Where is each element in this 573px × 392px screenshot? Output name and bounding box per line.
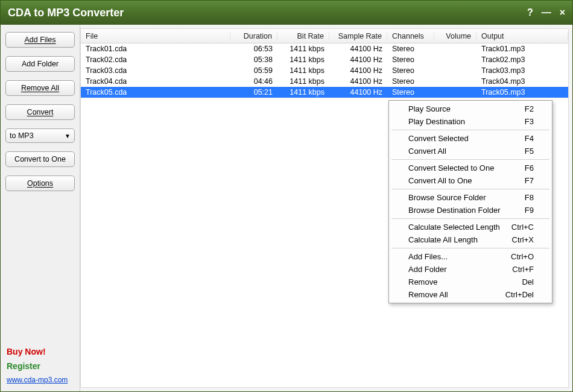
menu-item-label: Convert Selected to One: [408, 163, 494, 172]
cell-sample-rate: 44100 Hz: [329, 55, 387, 64]
cell-channels: Stereo: [387, 88, 434, 96]
app-body: Add Files Add Folder Remove All Convert …: [1, 25, 572, 391]
register-link[interactable]: Register: [7, 361, 75, 371]
window-controls: ? — ×: [527, 7, 565, 18]
menu-item[interactable]: Add Files...Ctrl+O: [390, 250, 551, 263]
col-bitrate[interactable]: Bit Rate: [277, 32, 329, 40]
col-channels[interactable]: Channels: [387, 32, 434, 40]
help-icon[interactable]: ?: [527, 7, 533, 18]
convert-button[interactable]: Convert: [5, 104, 75, 120]
menu-item-shortcut: Ctrl+F: [512, 265, 534, 274]
menu-item-label: Browse Destination Folder: [408, 206, 500, 215]
menu-separator: [391, 248, 549, 248]
menu-item[interactable]: Convert Selected to OneF6: [390, 162, 551, 174]
menu-item-shortcut: F9: [525, 206, 534, 215]
menu-item-label: Play Destination: [408, 117, 465, 126]
app-title: CDA to MP3 Converter: [8, 7, 124, 19]
menu-item-shortcut: Ctrl+O: [511, 252, 534, 261]
menu-item[interactable]: Play DestinationF3: [390, 115, 551, 128]
close-icon[interactable]: ×: [560, 7, 565, 18]
add-folder-button[interactable]: Add Folder: [5, 56, 75, 72]
cell-channels: Stereo: [387, 77, 434, 86]
context-menu: Play SourceF2Play DestinationF3Convert S…: [388, 100, 552, 303]
cell-channels: Stereo: [387, 45, 434, 53]
col-sample-rate[interactable]: Sample Rate: [329, 32, 387, 40]
remove-all-button[interactable]: Remove All: [5, 80, 75, 96]
menu-item-label: Calculate All Length: [408, 235, 478, 244]
menu-separator: [391, 159, 549, 160]
col-output[interactable]: Output: [476, 32, 568, 40]
table-row[interactable]: Track05.cda05:211411 kbps44100 HzStereoT…: [81, 87, 568, 98]
add-files-button[interactable]: Add Files: [5, 32, 75, 48]
sidebar-footer: Buy Now! Register www.cda-mp3.com: [5, 347, 75, 384]
menu-item[interactable]: Calculate Selected LengthCtrl+C: [390, 221, 551, 233]
cell-bitrate: 1411 kbps: [277, 88, 329, 96]
menu-item-label: Convert All to One: [408, 176, 472, 185]
col-volume[interactable]: Volume: [434, 32, 476, 40]
menu-item-label: Browse Source Folder: [408, 193, 486, 202]
col-duration[interactable]: Duration: [230, 32, 277, 40]
menu-item-label: Play Source: [408, 104, 451, 113]
cell-bitrate: 1411 kbps: [277, 55, 329, 64]
menu-item[interactable]: Convert SelectedF4: [390, 132, 551, 145]
menu-item[interactable]: Browse Source FolderF8: [390, 191, 551, 204]
buy-now-link[interactable]: Buy Now!: [7, 347, 75, 356]
menu-item-shortcut: Ctrl+X: [512, 235, 534, 244]
col-file[interactable]: File: [81, 32, 230, 40]
cell-duration: 05:38: [230, 55, 277, 64]
menu-item[interactable]: RemoveDel: [390, 276, 551, 288]
menu-item[interactable]: Remove AllCtrl+Del: [390, 288, 551, 301]
menu-item-shortcut: F2: [525, 104, 534, 113]
cell-sample-rate: 44100 Hz: [329, 45, 387, 53]
cell-sample-rate: 44100 Hz: [329, 88, 387, 96]
table-row[interactable]: Track03.cda05:591411 kbps44100 HzStereoT…: [81, 65, 568, 76]
format-select-value: to MP3: [10, 131, 34, 140]
menu-separator: [391, 130, 549, 130]
menu-item[interactable]: Convert AllF5: [390, 145, 551, 157]
file-list-panel: File Duration Bit Rate Sample Rate Chann…: [80, 28, 569, 388]
format-select[interactable]: to MP3 ▼: [5, 128, 75, 143]
menu-separator: [391, 218, 549, 219]
menu-item[interactable]: Add FolderCtrl+F: [390, 263, 551, 276]
menu-item-shortcut: F6: [525, 163, 534, 172]
cell-channels: Stereo: [387, 66, 434, 75]
menu-item-label: Convert Selected: [408, 134, 469, 143]
table-row[interactable]: Track02.cda05:381411 kbps44100 HzStereoT…: [81, 54, 568, 65]
cell-output: Track04.mp3: [476, 77, 568, 86]
cell-duration: 05:21: [230, 88, 277, 96]
table-row[interactable]: Track04.cda04:461411 kbps44100 HzStereoT…: [81, 76, 568, 87]
cell-file: Track05.cda: [81, 88, 230, 96]
cell-file: Track03.cda: [81, 66, 230, 75]
menu-item-label: Remove: [408, 277, 437, 286]
menu-item-shortcut: F5: [525, 147, 534, 156]
menu-item-label: Convert All: [408, 147, 446, 156]
cell-output: Track05.mp3: [476, 88, 568, 96]
menu-item-label: Add Files...: [408, 252, 448, 261]
cell-sample-rate: 44100 Hz: [329, 66, 387, 75]
cell-output: Track03.mp3: [476, 66, 568, 75]
cell-bitrate: 1411 kbps: [277, 66, 329, 75]
menu-item-shortcut: F8: [525, 193, 534, 202]
table-row[interactable]: Track01.cda06:531411 kbps44100 HzStereoT…: [81, 43, 568, 54]
app-window: CDA to MP3 Converter ? — × Add Files Add…: [0, 0, 573, 392]
menu-item[interactable]: Calculate All LengthCtrl+X: [390, 233, 551, 246]
cell-duration: 06:53: [230, 45, 277, 53]
cell-file: Track01.cda: [81, 45, 230, 53]
titlebar: CDA to MP3 Converter ? — ×: [1, 1, 572, 25]
menu-item[interactable]: Play SourceF2: [390, 103, 551, 115]
menu-item-shortcut: F7: [525, 176, 534, 185]
cell-output: Track02.mp3: [476, 55, 568, 64]
convert-to-one-button[interactable]: Convert to One: [5, 151, 75, 167]
cell-channels: Stereo: [387, 55, 434, 64]
table-header: File Duration Bit Rate Sample Rate Chann…: [81, 29, 568, 43]
cell-duration: 05:59: [230, 66, 277, 75]
sidebar: Add Files Add Folder Remove All Convert …: [1, 25, 80, 391]
menu-item[interactable]: Browse Destination FolderF9: [390, 204, 551, 217]
menu-separator: [391, 189, 549, 189]
cell-file: Track04.cda: [81, 77, 230, 86]
menu-item[interactable]: Convert All to OneF7: [390, 174, 551, 187]
website-link[interactable]: www.cda-mp3.com: [7, 376, 75, 384]
options-button[interactable]: Options: [5, 175, 75, 191]
minimize-icon[interactable]: —: [542, 7, 551, 18]
menu-item-shortcut: Ctrl+Del: [505, 290, 534, 299]
